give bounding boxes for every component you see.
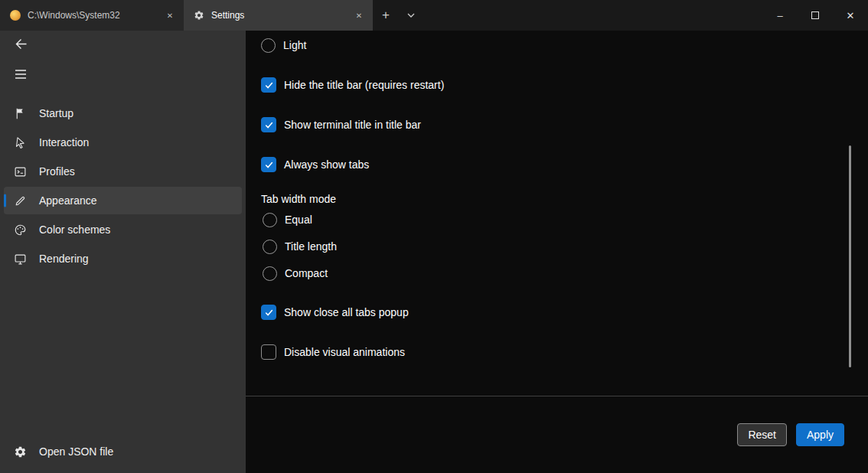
windows-terminal-window: C:\Windows\System32 ✕ Settings ✕ + – ✕	[0, 0, 868, 473]
checkbox[interactable]	[261, 157, 276, 172]
checkbox[interactable]	[261, 77, 276, 93]
appearance-icon	[14, 194, 27, 207]
hamburger-icon	[15, 69, 27, 80]
reset-button[interactable]: Reset	[737, 423, 787, 446]
sidebar-item-label: Profiles	[39, 165, 75, 178]
checkbox-always-show-tabs[interactable]: Always show tabs	[261, 154, 369, 175]
checkbox[interactable]	[261, 305, 276, 320]
sidebar-item-color-schemes[interactable]: Color schemes	[4, 216, 242, 243]
open-json-file-label: Open JSON file	[39, 445, 113, 458]
apply-button[interactable]: Apply	[796, 423, 844, 446]
new-tab-button[interactable]: +	[373, 0, 399, 31]
radio-label: Light	[283, 39, 306, 51]
sidebar-item-appearance[interactable]: Appearance	[4, 187, 242, 214]
sidebar-item-rendering[interactable]: Rendering	[4, 245, 242, 272]
radio-label: Compact	[285, 267, 328, 279]
profiles-icon	[14, 165, 27, 178]
startup-icon	[14, 107, 27, 120]
radio-button[interactable]	[263, 266, 277, 281]
checkbox-label: Always show tabs	[284, 158, 369, 171]
gear-icon	[194, 10, 204, 21]
minimize-button[interactable]: –	[762, 0, 798, 31]
radio-title-length[interactable]: Title length	[263, 236, 337, 257]
maximize-button[interactable]	[798, 0, 833, 31]
tab-close-icon[interactable]: ✕	[162, 8, 178, 23]
tab-label: Settings	[211, 10, 344, 21]
back-arrow-icon	[15, 38, 28, 51]
sidebar-item-profiles[interactable]: Profiles	[4, 158, 242, 185]
radio-compact[interactable]: Compact	[263, 263, 328, 284]
selection-indicator	[4, 194, 6, 207]
cmd-icon	[10, 10, 21, 21]
sidebar-item-interaction[interactable]: Interaction	[4, 129, 242, 156]
maximize-icon	[811, 11, 819, 19]
tab-label: C:\Windows\System32	[28, 10, 155, 21]
appearance-settings-pane: Light Hide the title bar (requires resta…	[246, 31, 868, 473]
checkbox-show-close-all-tabs-popup[interactable]: Show close all tabs popup	[261, 302, 409, 323]
tab-width-mode-label: Tab width mode	[261, 193, 336, 205]
settings-sidebar: Startup Interaction Profiles	[0, 31, 246, 473]
color-schemes-icon	[14, 223, 27, 236]
radio-label: Title length	[285, 240, 337, 253]
sidebar-item-label: Appearance	[39, 194, 97, 207]
checkbox-label: Show close all tabs popup	[284, 306, 409, 318]
checkbox-label: Hide the title bar (requires restart)	[284, 79, 444, 91]
titlebar-drag-region	[423, 0, 762, 31]
checkbox-disable-visual-animations[interactable]: Disable visual animations	[261, 341, 405, 363]
interaction-icon	[14, 136, 27, 149]
checkbox-hide-title-bar[interactable]: Hide the title bar (requires restart)	[261, 74, 444, 96]
radio-button[interactable]	[261, 38, 276, 53]
tab-list-dropdown-button[interactable]	[399, 0, 423, 31]
radio-button[interactable]	[263, 213, 277, 227]
radio-label: Equal	[285, 214, 312, 226]
chevron-down-icon	[406, 11, 416, 20]
close-button[interactable]: ✕	[833, 0, 868, 31]
tab-close-icon[interactable]: ✕	[351, 8, 367, 23]
sidebar-item-label: Startup	[39, 107, 73, 119]
tab-terminal[interactable]: C:\Windows\System32 ✕	[0, 0, 184, 31]
sidebar-item-label: Interaction	[39, 136, 89, 148]
radio-equal[interactable]: Equal	[263, 209, 312, 230]
checkbox-label: Show terminal title in title bar	[284, 119, 421, 131]
sidebar-item-label: Color schemes	[39, 223, 110, 236]
checkbox-label: Disable visual animations	[284, 346, 405, 358]
sidebar-item-label: Rendering	[39, 253, 89, 265]
rendering-icon	[14, 253, 27, 266]
open-json-file-button[interactable]: Open JSON file	[4, 438, 242, 465]
close-icon: ✕	[847, 10, 855, 21]
sidebar-item-startup[interactable]: Startup	[4, 99, 242, 127]
gear-icon	[14, 445, 27, 458]
checkbox[interactable]	[261, 117, 276, 132]
minimize-icon: –	[777, 10, 782, 21]
radio-button[interactable]	[263, 240, 277, 254]
titlebar: C:\Windows\System32 ✕ Settings ✕ + – ✕	[0, 0, 868, 31]
tab-settings[interactable]: Settings ✕	[184, 0, 373, 31]
menu-button[interactable]	[8, 63, 34, 86]
radio-light[interactable]: Light	[261, 34, 306, 56]
actions-footer: Reset Apply	[246, 396, 868, 473]
checkbox-show-terminal-title[interactable]: Show terminal title in title bar	[261, 114, 421, 135]
sidebar-nav: Startup Interaction Profiles	[0, 98, 246, 274]
back-button[interactable]	[8, 32, 34, 55]
vertical-scrollbar-thumb[interactable]	[849, 145, 851, 367]
checkbox[interactable]	[261, 344, 276, 360]
